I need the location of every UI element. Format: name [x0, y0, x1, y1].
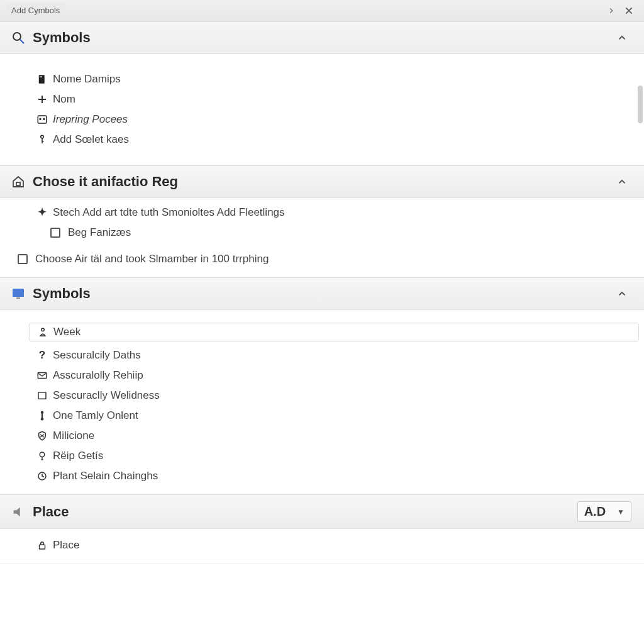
- list-item-label: Asscuralolly Rehiip: [53, 369, 143, 382]
- list-item-label: Irepring Pocees: [53, 113, 128, 126]
- plus-icon: [34, 94, 50, 105]
- list-item-label: Place: [53, 539, 80, 552]
- svg-point-17: [42, 328, 45, 331]
- list-item-label: Stech Add art tdte tuth Smonioltes Add F…: [53, 206, 285, 219]
- section-title: Symbols: [33, 286, 91, 302]
- clock-icon: [34, 470, 50, 482]
- list-item-label: Plant Selain Chainghs: [53, 470, 158, 482]
- checkbox[interactable]: [18, 254, 28, 264]
- svg-point-25: [40, 452, 45, 457]
- square-icon: [34, 390, 50, 401]
- list-item[interactable]: One Tamly Onlent: [34, 406, 634, 426]
- monitor-icon: [9, 286, 28, 301]
- list-item-label: Rëip Getís: [53, 450, 103, 462]
- section-header-place[interactable]: Place A.D ▼: [0, 494, 644, 529]
- list-item-label: Sescuralcily Daths: [53, 349, 141, 362]
- pawn-icon: [35, 326, 51, 338]
- titlebar: Add Cymbols: [0, 0, 644, 21]
- main-content: Symbols Nome Damips Nom Irepring Pocees: [0, 21, 644, 644]
- house-icon: [9, 174, 28, 189]
- section-body-symbols-search: Nome Damips Nom Irepring Pocees Add Sœle…: [0, 54, 644, 165]
- list-item[interactable]: ? Sescuralcily Daths: [34, 345, 634, 365]
- svg-rect-8: [38, 116, 47, 123]
- svg-rect-5: [40, 77, 42, 78]
- svg-point-11: [41, 135, 44, 138]
- list-item[interactable]: Sescuraclly Welidness: [34, 386, 634, 406]
- chevron-right-icon: [607, 6, 616, 15]
- list-item[interactable]: Milicione: [34, 426, 634, 446]
- section-title: Symbols: [33, 30, 91, 46]
- list-item[interactable]: Place: [34, 535, 634, 555]
- window-icon: [34, 114, 50, 125]
- dropdown-value: A.D: [584, 504, 606, 519]
- close-button[interactable]: [620, 2, 638, 19]
- svg-point-2: [13, 33, 21, 40]
- list-item-label: Add Sœlet kaes: [53, 133, 129, 146]
- checkbox-row[interactable]: Choose Air täl and took Slmamber in 100 …: [18, 249, 634, 269]
- list-item-label: One Tamly Onlent: [53, 409, 138, 422]
- svg-rect-15: [13, 289, 24, 297]
- section-title: Place: [33, 504, 69, 520]
- close-icon: [624, 6, 634, 16]
- asterisk-icon: ✦: [34, 206, 50, 219]
- list-item[interactable]: Add Sœlet kaes: [34, 130, 634, 150]
- section-header-choose[interactable]: Chose it anifactio Reg: [0, 165, 644, 198]
- minimize-button[interactable]: [602, 2, 620, 19]
- svg-rect-16: [16, 297, 20, 299]
- section-body-place: Place: [0, 529, 644, 564]
- list-item-label: Week: [53, 326, 80, 338]
- scrollbar[interactable]: [638, 86, 643, 123]
- checkbox-label: Choose Air täl and took Slmamber in 100 …: [35, 253, 269, 265]
- list-item[interactable]: Nom: [34, 89, 634, 109]
- svg-point-22: [41, 418, 44, 421]
- list-item[interactable]: Rëip Getís: [34, 446, 634, 466]
- section-header-symbols-list[interactable]: Symbols: [0, 277, 644, 310]
- svg-point-10: [43, 118, 45, 119]
- svg-rect-19: [38, 392, 46, 399]
- checkbox-row[interactable]: Beg Fanizæs: [50, 223, 634, 243]
- list-item[interactable]: Nome Damips: [34, 69, 634, 89]
- list-item[interactable]: Irepring Pocees: [34, 109, 634, 130]
- svg-line-3: [20, 40, 24, 43]
- collapse-button[interactable]: [613, 284, 631, 303]
- list-item[interactable]: ✦ Stech Add art tdte tuth Smonioltes Add…: [34, 202, 634, 223]
- svg-marker-29: [14, 507, 20, 516]
- collapse-button[interactable]: [613, 28, 631, 47]
- section-body-symbols-list: Week ? Sescuralcily Daths Asscuralolly R…: [0, 310, 644, 494]
- svg-point-9: [40, 118, 41, 119]
- list-item[interactable]: Plant Selain Chainghs: [34, 466, 634, 486]
- caret-down-icon: ▼: [617, 508, 625, 516]
- list-item[interactable]: Asscuralolly Rehiip: [34, 365, 634, 386]
- list-item-label: Sescuraclly Welidness: [53, 389, 160, 402]
- shield-icon: [34, 430, 50, 441]
- checkbox[interactable]: [50, 228, 60, 238]
- svg-rect-4: [39, 75, 45, 84]
- svg-rect-14: [16, 182, 20, 186]
- barbell-icon: [34, 410, 50, 421]
- mail-icon: [34, 370, 50, 381]
- chevron-up-icon: [616, 32, 628, 43]
- checkbox-label: Beg Fanizæs: [68, 226, 131, 239]
- search-icon: [9, 30, 28, 45]
- list-item-label: Milicione: [53, 430, 94, 442]
- section-header-symbols-search[interactable]: Symbols: [0, 21, 644, 54]
- lock-icon: [34, 540, 50, 551]
- list-item-label: Nome Damips: [53, 73, 121, 86]
- chevron-up-icon: [616, 288, 628, 299]
- svg-rect-30: [40, 545, 45, 549]
- section-body-choose: ✦ Stech Add art tdte tuth Smonioltes Add…: [0, 198, 644, 277]
- list-item-label: Nom: [53, 93, 75, 106]
- window-title: Add Cymbols: [6, 3, 65, 18]
- svg-rect-21: [42, 413, 43, 418]
- document-icon: [34, 74, 50, 85]
- collapse-button[interactable]: [613, 172, 631, 191]
- key-icon: [34, 134, 50, 145]
- question-icon: ?: [34, 349, 50, 362]
- chevron-up-icon: [616, 176, 628, 187]
- list-item-selected[interactable]: Week: [29, 323, 639, 341]
- era-dropdown[interactable]: A.D ▼: [577, 501, 631, 522]
- bulb-icon: [34, 450, 50, 462]
- section-title: Chose it anifactio Reg: [33, 174, 178, 190]
- speaker-icon: [9, 505, 28, 519]
